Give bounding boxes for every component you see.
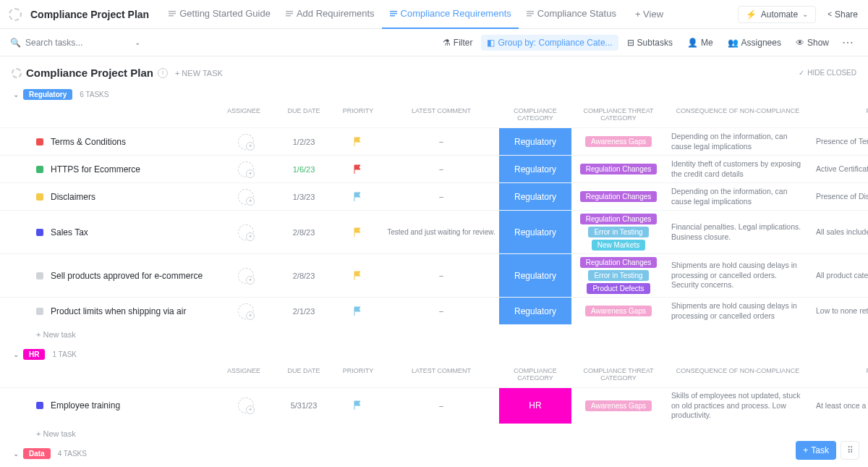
consequence-cell[interactable]: Financial penalties. Legal implications.… (665, 219, 810, 245)
col-threat[interactable]: COMPLIANCE THREAT CATEGORY (571, 463, 665, 467)
hide-closed-button[interactable]: ✓ HIDE CLOSED (799, 69, 856, 77)
consequence-cell[interactable]: Skills of employees not updated, stuck o… (665, 388, 810, 424)
assignee-cell[interactable] (217, 131, 275, 153)
comment-cell[interactable]: – (383, 190, 499, 203)
task-row[interactable]: Terms & Conditions 1/2/23 – Regulatory A… (0, 127, 868, 155)
tab-3[interactable]: Compliance Status (519, 0, 624, 29)
status-square[interactable] (36, 272, 43, 279)
group-pill[interactable]: Data (23, 448, 51, 459)
priority-cell[interactable] (333, 224, 383, 240)
consequence-cell[interactable]: Identity theft of customers by exposing … (665, 156, 810, 182)
category-cell[interactable]: Regulatory (499, 183, 571, 210)
threat-cell[interactable]: Regulation ChangesError in TestingNew Ma… (571, 211, 665, 253)
groupby-button[interactable]: ◧Group by: Compliance Cate... (481, 35, 618, 51)
col-category[interactable]: COMPLIANCE CATEGORY (499, 364, 571, 384)
perform-cell[interactable]: All sales include sal (810, 224, 868, 240)
col-category[interactable]: COMPLIANCE CATEGORY (499, 463, 571, 467)
status-square[interactable] (36, 138, 43, 146)
collapse-icon[interactable]: ⌄ (13, 350, 19, 358)
col-threat[interactable]: COMPLIANCE THREAT CATEGORY (571, 104, 665, 125)
perform-cell[interactable]: Presence of Terms a (810, 134, 868, 150)
subtasks-button[interactable]: ⊟Subtasks (621, 35, 678, 51)
task-row[interactable]: HTTPS for Ecommerce 1/6/23 – Regulatory … (0, 155, 868, 182)
task-row[interactable]: Disclaimers 1/3/23 – Regulatory Regulati… (0, 182, 868, 210)
tab-2[interactable]: Compliance Requirements (382, 0, 519, 29)
perform-cell[interactable]: Low to none return via air constraint (810, 303, 868, 319)
category-cell[interactable]: Regulatory (499, 211, 571, 253)
due-cell[interactable]: 1/3/23 (275, 190, 333, 204)
threat-tag[interactable]: New Markets (592, 240, 645, 251)
task-name-cell[interactable]: Sell products approved for e-commerce (0, 271, 217, 281)
category-cell[interactable]: HR (499, 388, 571, 424)
col-perform[interactable]: PERFORM (810, 364, 868, 384)
task-row[interactable]: Product limits when shipping via air 2/1… (0, 297, 868, 324)
assignee-cell[interactable] (217, 300, 275, 322)
fab-task-button[interactable]: +Task (796, 441, 836, 460)
col-assignee[interactable]: ASSIGNEE (0, 463, 275, 467)
col-category[interactable]: COMPLIANCE CATEGORY (499, 104, 571, 125)
threat-tag[interactable]: Awareness Gaps (585, 136, 652, 147)
assignee-icon[interactable] (238, 134, 254, 150)
tab-1[interactable]: Add Requirements (278, 0, 382, 29)
perform-cell[interactable]: At least once a year (810, 398, 868, 414)
threat-tag[interactable]: Regulation Changes (580, 191, 658, 202)
perform-cell[interactable]: All product categori the approved produ (810, 268, 868, 284)
automate-button[interactable]: ⚡ Automate ⌄ (738, 6, 816, 23)
col-comment[interactable]: LATEST COMMENT (383, 364, 499, 384)
priority-cell[interactable] (333, 303, 383, 319)
share-button[interactable]: < Share (822, 7, 864, 22)
task-name-cell[interactable]: Product limits when shipping via air (0, 306, 217, 316)
status-square[interactable] (36, 308, 43, 315)
threat-tag[interactable]: Product Defects (587, 283, 650, 294)
category-cell[interactable]: Regulatory (499, 156, 571, 182)
priority-cell[interactable] (333, 397, 383, 413)
assignee-icon[interactable] (238, 268, 254, 284)
col-due[interactable]: DUE DATE (275, 364, 333, 384)
col-priority[interactable]: PRIORITY (333, 364, 383, 384)
assignee-icon[interactable] (238, 224, 254, 240)
assignee-cell[interactable] (217, 222, 275, 243)
task-name-cell[interactable]: Terms & Conditions (0, 137, 217, 147)
col-priority[interactable]: PRIORITY (333, 104, 383, 125)
collapse-icon[interactable]: ⌄ (13, 450, 19, 458)
threat-tag[interactable]: Awareness Gaps (585, 306, 652, 316)
new-task-inline[interactable]: + NEW TASK (175, 69, 223, 77)
col-conseq[interactable]: CONSEQUENCE OF NON-COMPLIANCE (665, 104, 810, 125)
filter-button[interactable]: ⚗Filter (437, 35, 479, 51)
task-row[interactable]: Sales Tax 2/8/23 Tested and just waiting… (0, 210, 868, 253)
assignee-cell[interactable] (217, 395, 275, 416)
due-cell[interactable]: 5/31/23 (275, 398, 333, 413)
comment-cell[interactable]: – (383, 269, 499, 282)
threat-cell[interactable]: Awareness Gaps (571, 133, 665, 150)
comment-cell[interactable]: – (383, 135, 499, 148)
assignee-cell[interactable] (217, 186, 275, 208)
fab-apps-button[interactable]: ⠿ (841, 441, 859, 460)
category-cell[interactable]: Regulatory (499, 128, 571, 155)
priority-cell[interactable] (333, 268, 383, 284)
assignee-icon[interactable] (238, 397, 254, 413)
new-task-button[interactable]: + New task (0, 424, 868, 444)
status-square[interactable] (36, 166, 43, 173)
col-comment[interactable]: LATEST COMMENT (383, 104, 499, 125)
task-name-cell[interactable]: Sales Tax (0, 227, 217, 237)
col-due[interactable]: DUE DATE (275, 104, 333, 125)
status-square[interactable] (36, 229, 43, 236)
threat-tag[interactable]: Regulation Changes (580, 214, 658, 224)
category-cell[interactable]: Regulatory (499, 298, 571, 324)
col-conseq[interactable]: CONSEQUENCE OF NON-COMPLIANCE (665, 364, 810, 384)
threat-tag[interactable]: Error in Testing (588, 227, 648, 237)
threat-tag[interactable]: Regulation Changes (580, 257, 658, 268)
due-cell[interactable]: 2/8/23 (275, 225, 333, 240)
priority-cell[interactable] (333, 134, 383, 150)
col-perform[interactable]: PERFORM (810, 104, 868, 125)
col-priority[interactable]: PRIORITY (333, 463, 383, 467)
assignees-button[interactable]: 👥Assignees (722, 35, 787, 51)
group-pill[interactable]: Regulatory (23, 89, 72, 100)
threat-cell[interactable]: Regulation Changes (571, 188, 665, 205)
task-name-cell[interactable]: HTTPS for Ecommerce (0, 164, 217, 174)
col-comment[interactable]: LATEST COMMENT (383, 463, 499, 467)
assignee-icon[interactable] (238, 189, 254, 205)
view-tab[interactable]: + View (628, 9, 671, 20)
perform-cell[interactable]: Active Certificate fo (810, 161, 868, 177)
col-conseq[interactable]: CONSEQUENCE OF NON-COMPLIANCE (665, 463, 810, 467)
